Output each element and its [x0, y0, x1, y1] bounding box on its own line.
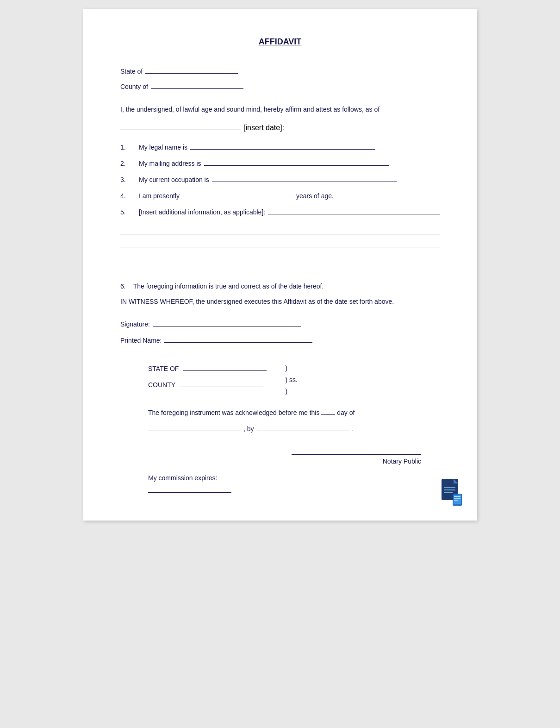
item-4-suffix: years of age. — [296, 192, 334, 200]
item-3-text: My current occupation is — [139, 176, 209, 183]
item-1-field — [190, 141, 375, 150]
item-5-text: [Insert additional information, as appli… — [139, 208, 265, 216]
county-label: County of — [120, 83, 148, 90]
extra-lines-section — [120, 225, 440, 273]
item-1-number: 1. — [120, 144, 131, 151]
item-2-text: My mailing address is — [139, 160, 201, 167]
notary-public-section: Notary Public — [148, 446, 440, 465]
item-4-content: I am presently years of age. — [139, 190, 440, 200]
item-1-text: My legal name is — [139, 144, 187, 151]
state-of-label: STATE OF — [148, 365, 179, 372]
printed-name-label: Printed Name: — [120, 337, 162, 344]
county-notary-row: COUNTY — [148, 379, 267, 389]
item-4: 4. I am presently years of age. — [120, 190, 440, 200]
item-2: 2. My mailing address is — [120, 157, 440, 167]
printed-name-line — [164, 334, 312, 343]
state-field-line — [145, 65, 238, 74]
county-notary-field — [180, 379, 263, 387]
printed-name-row: Printed Name: — [120, 334, 440, 344]
document-title: AFFIDAVIT — [120, 37, 440, 47]
intro-date-row: [insert date]: — [120, 122, 440, 132]
state-label: State of — [120, 68, 143, 75]
county-notary-label: COUNTY — [148, 381, 175, 389]
signature-section: Signature: Printed Name: — [120, 318, 440, 344]
document-page: AFFIDAVIT State of County of I, the unde… — [83, 9, 477, 521]
item-3-number: 3. — [120, 176, 131, 183]
commission-line — [148, 484, 231, 493]
intro-text: I, the undersigned, of lawful age and so… — [120, 104, 440, 114]
signature-line — [153, 318, 301, 326]
by-field-2 — [257, 423, 349, 431]
intro-date-line — [120, 122, 241, 130]
item-6-number: 6. — [120, 282, 126, 290]
state-of-field — [183, 363, 267, 371]
commission-section: My commission expires: — [148, 474, 440, 493]
item-3: 3. My current occupation is — [120, 174, 440, 183]
intro-section: I, the undersigned, of lawful age and so… — [120, 104, 440, 132]
county-row: County of — [120, 81, 440, 90]
ss-left: STATE OF COUNTY — [148, 363, 267, 391]
item-4-number: 4. — [120, 192, 131, 200]
paren-open: ) — [285, 363, 297, 374]
by-field-1 — [148, 423, 241, 431]
item-3-field — [212, 174, 397, 182]
svg-rect-6 — [454, 495, 461, 504]
state-county-section: State of County of — [120, 65, 440, 90]
witness-paragraph: IN WITNESS WHEREOF, the undersigned exec… — [120, 296, 440, 307]
blank-line-3 — [120, 251, 440, 260]
item-2-number: 2. — [120, 160, 131, 167]
item-2-field — [204, 157, 389, 166]
item-4-text: I am presently — [139, 192, 180, 200]
witness-text: IN WITNESS WHEREOF, the undersigned exec… — [120, 298, 394, 305]
ss-row: STATE OF COUNTY ) ) ss. ) — [148, 363, 440, 398]
item-5-content: [Insert additional information, as appli… — [139, 206, 440, 216]
item-5-field — [268, 206, 440, 214]
state-of-row: STATE OF — [148, 363, 267, 372]
foregoing-instrument-text: The foregoing instrument was acknowledge… — [148, 409, 319, 416]
by-label: , by — [243, 425, 254, 433]
foregoing-instrument-section: The foregoing instrument was acknowledge… — [148, 407, 440, 418]
county-field-line — [151, 81, 243, 89]
notary-public-label: Notary Public — [383, 458, 421, 465]
item-6-text: The foregoing information is true and co… — [133, 282, 324, 290]
watermark-icon — [440, 479, 463, 507]
by-row: , by . — [148, 423, 440, 433]
day-line — [321, 407, 335, 415]
item-2-content: My mailing address is — [139, 157, 440, 167]
item-1-content: My legal name is — [139, 141, 440, 151]
commission-label: My commission expires: — [148, 474, 217, 482]
state-row: State of — [120, 65, 440, 75]
day-label: day of — [337, 409, 355, 416]
insert-date-placeholder: [insert date]: — [243, 124, 284, 132]
numbered-items: 1. My legal name is 2. My mailing addres… — [120, 141, 440, 216]
notary-block: STATE OF COUNTY ) ) ss. ) The foregoing … — [120, 363, 440, 493]
signature-label: Signature: — [120, 320, 150, 328]
period: . — [352, 425, 354, 433]
ss-right: ) ) ss. ) — [285, 363, 297, 398]
signature-row: Signature: — [120, 318, 440, 328]
item-4-field — [182, 190, 293, 198]
item-5: 5. [Insert additional information, as ap… — [120, 206, 440, 216]
item-1: 1. My legal name is — [120, 141, 440, 151]
notary-sig-line — [292, 446, 421, 455]
paren-close: ) — [285, 386, 297, 397]
blank-line-2 — [120, 238, 440, 247]
blank-line-4 — [120, 264, 440, 273]
item-5-number: 5. — [120, 208, 131, 216]
ss-label: ) ss. — [285, 374, 297, 386]
blank-line-1 — [120, 225, 440, 234]
item-6: 6. The foregoing information is true and… — [120, 282, 440, 290]
item-3-content: My current occupation is — [139, 174, 440, 183]
